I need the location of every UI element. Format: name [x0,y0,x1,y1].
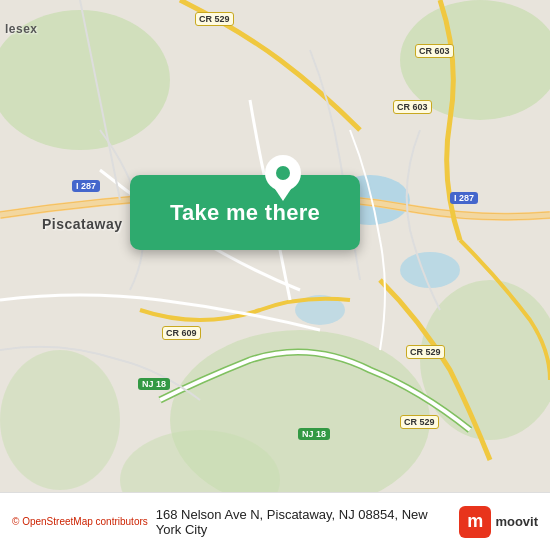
road-label-nj18-bottom: NJ 18 [298,428,330,440]
moovit-text-label: moovit [495,514,538,529]
take-me-there-button[interactable]: Take me there [130,175,360,250]
road-label-nj18-left: NJ 18 [138,378,170,390]
copyright-symbol: © [12,516,19,527]
cta-label: Take me there [170,200,320,226]
city-label-piscataway: Piscataway [42,216,123,232]
moovit-icon: m [459,506,491,538]
address-text: 168 Nelson Ave N, Piscataway, NJ 08854, … [156,507,452,537]
road-label-i287-left: I 287 [72,180,100,192]
svg-point-5 [0,350,120,490]
svg-point-8 [400,252,460,288]
map-pin [265,155,301,199]
pin-dot [276,166,290,180]
road-label-cr529-top: CR 529 [195,12,234,26]
city-label-lesex: lesex [5,22,38,36]
map-background [0,0,550,550]
road-label-cr603-top: CR 603 [415,44,454,58]
map-container: CR 529 CR 603 CR 603 I 287 I 287 CR 529 … [0,0,550,550]
road-label-cr603-mid: CR 603 [393,100,432,114]
pin-circle [265,155,301,191]
openstreetmap-credit: OpenStreetMap contributors [22,516,148,527]
bottom-bar: © OpenStreetMap contributors 168 Nelson … [0,492,550,550]
copyright-text: © OpenStreetMap contributors [12,516,148,527]
road-label-cr529-bottomright: CR 529 [406,345,445,359]
moovit-logo: m moovit [459,506,538,538]
pin-tail [275,189,291,201]
road-label-i287-right: I 287 [450,192,478,204]
road-label-cr529-bottom2: CR 529 [400,415,439,429]
road-label-cr609: CR 609 [162,326,201,340]
